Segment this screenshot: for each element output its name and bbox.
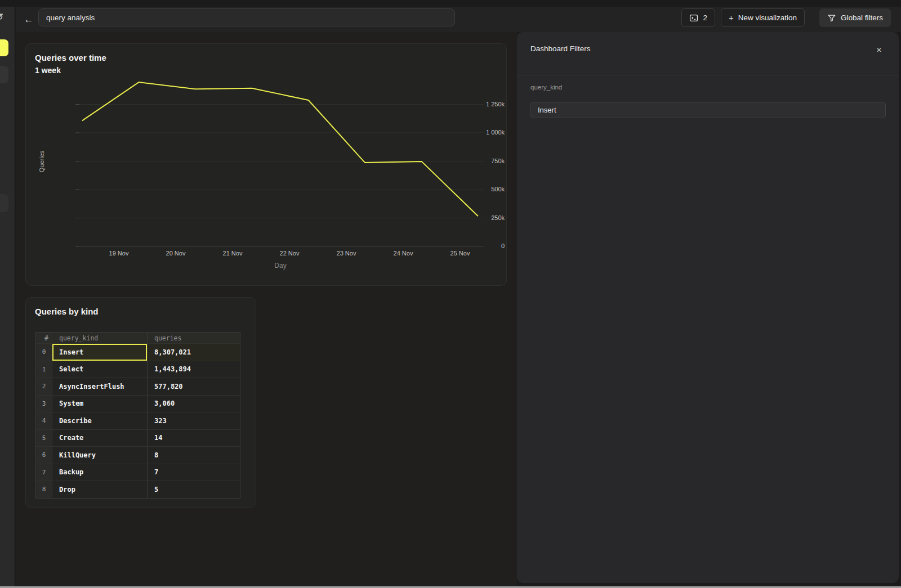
query-kind-cell[interactable]: Backup — [52, 464, 147, 481]
queries-value-cell[interactable]: 14 — [147, 430, 240, 447]
query-kind-cell[interactable]: Create — [52, 430, 147, 447]
x-tick-label: 23 Nov — [337, 250, 356, 257]
sidebar-item-active[interactable] — [0, 39, 8, 56]
x-tick-label: 21 Nov — [223, 250, 243, 257]
x-tick-label: 22 Nov — [280, 250, 300, 257]
queries-value-cell[interactable]: 5 — [147, 481, 240, 498]
panel-divider — [517, 75, 899, 75]
x-tick-label: 24 Nov — [394, 250, 413, 257]
table-row: 8Drop5 — [36, 481, 240, 498]
row-index-cell: 6 — [36, 447, 52, 464]
app-sidebar: ↺ — [0, 7, 15, 586]
query-kind-filter-input[interactable] — [530, 102, 886, 118]
row-index-cell: 5 — [36, 430, 52, 447]
table-row: 2AsyncInsertFlush577,820 — [36, 378, 240, 395]
row-index-cell: 0 — [36, 344, 52, 361]
queries-value-cell[interactable]: 8,307,021 — [147, 344, 240, 361]
dashboard-filters-panel: Dashboard Filters ✕ query_kind — [517, 32, 899, 583]
column-header-queries[interactable]: queries — [147, 333, 240, 343]
queries-value-cell[interactable]: 7 — [147, 464, 240, 481]
back-arrow-icon[interactable]: ← — [21, 13, 36, 26]
x-tick-label: 20 Nov — [166, 250, 186, 257]
x-tick-label: 19 Nov — [109, 250, 129, 257]
tab-count: 2 — [703, 14, 707, 22]
filter-field-label: query_kind — [530, 84, 562, 91]
top-bar: ← 2 + New visualization Global filters — [16, 7, 901, 32]
queries-value-cell[interactable]: 1,443,894 — [147, 361, 240, 378]
row-index-cell: 1 — [36, 361, 52, 378]
queries-line-series — [82, 82, 478, 216]
x-axis-label: Day — [274, 262, 286, 270]
table-row: 7Backup7 — [36, 464, 240, 481]
query-kind-cell[interactable]: Drop — [52, 481, 147, 498]
funnel-icon — [827, 14, 836, 23]
new-visualization-button[interactable]: + New visualization — [721, 8, 805, 27]
table-row: 5Create14 — [36, 429, 240, 447]
filters-panel-title: Dashboard Filters — [530, 44, 591, 53]
global-filters-label: Global filters — [841, 14, 883, 22]
table-row: 4Describe323 — [36, 412, 240, 429]
chart-title: Queries over time — [35, 53, 106, 62]
new-visualization-label: New visualization — [738, 14, 797, 22]
query-kind-cell[interactable]: AsyncInsertFlush — [52, 378, 147, 395]
dashboard-title-input[interactable] — [38, 8, 455, 26]
table-row: 0Insert8,307,021 — [36, 343, 240, 361]
queries-by-kind-card: Queries by kind #query_kindqueries0Inser… — [25, 297, 256, 508]
query-kind-cell[interactable]: System — [52, 396, 147, 412]
chart-subtitle: 1 week — [35, 66, 61, 75]
close-icon[interactable]: ✕ — [873, 44, 885, 56]
table-row: 1Select1,443,894 — [36, 361, 240, 378]
plus-icon: + — [729, 13, 734, 23]
queries-over-time-plot — [75, 72, 487, 271]
row-index-cell: 3 — [36, 396, 52, 412]
queries-by-kind-table: #query_kindqueries0Insert8,307,0211Selec… — [35, 332, 240, 499]
row-index-cell: 4 — [36, 412, 52, 429]
table-header-row: #query_kindqueries — [36, 333, 240, 343]
queries-value-cell[interactable]: 3,060 — [147, 396, 240, 412]
sidebar-item[interactable] — [0, 66, 8, 83]
table-title: Queries by kind — [35, 307, 99, 316]
queries-value-cell[interactable]: 577,820 — [147, 378, 240, 395]
queries-value-cell[interactable]: 8 — [147, 447, 240, 464]
row-index-cell: 7 — [36, 464, 52, 481]
history-icon[interactable]: ↺ — [0, 11, 3, 23]
table-row: 3System3,060 — [36, 395, 240, 412]
y-axis-label: Queries — [38, 133, 45, 190]
query-kind-cell[interactable]: Describe — [52, 412, 147, 429]
query-kind-cell[interactable]: Select — [52, 361, 147, 378]
row-index-cell: 8 — [36, 481, 52, 498]
query-kind-cell[interactable]: KillQuery — [52, 447, 147, 464]
topbar-actions: 2 + New visualization Global filters — [681, 8, 891, 27]
query-kind-cell[interactable]: Insert — [52, 344, 147, 361]
dashboard-canvas: Queries over time 1 week Queries 0250k50… — [16, 32, 517, 586]
sql-tab-count-button[interactable]: 2 — [681, 8, 715, 27]
table-row: 6KillQuery8 — [36, 446, 240, 464]
sql-console-icon — [689, 14, 698, 23]
window-top-strip — [0, 0, 901, 7]
x-tick-label: 25 Nov — [450, 250, 470, 257]
global-filters-button[interactable]: Global filters — [819, 8, 891, 27]
column-header-index[interactable]: # — [36, 333, 52, 343]
queries-value-cell[interactable]: 323 — [147, 412, 240, 429]
sidebar-item[interactable] — [0, 194, 8, 212]
column-header-query-kind[interactable]: query_kind — [52, 333, 147, 343]
row-index-cell: 2 — [36, 378, 52, 395]
queries-over-time-card: Queries over time 1 week Queries 0250k50… — [25, 43, 507, 286]
